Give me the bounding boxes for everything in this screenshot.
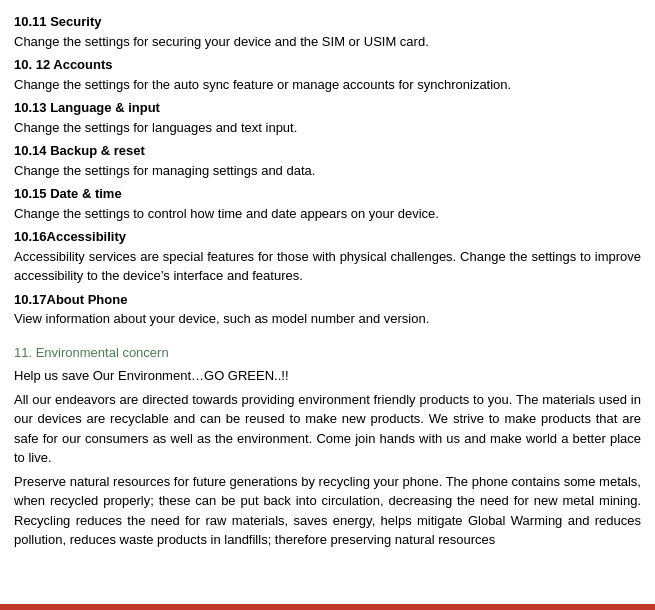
section-10-13: 10.13 Language & input Change the settin…	[14, 98, 641, 137]
heading-10-11: 10.11 Security	[14, 14, 101, 29]
text-10-17: View information about your device, such…	[14, 311, 429, 326]
text-10-11: Change the settings for securing your de…	[14, 34, 429, 49]
heading-10-14: 10.14 Backup & reset	[14, 143, 145, 158]
heading-10-13: 10.13 Language & input	[14, 100, 160, 115]
environmental-para-3: Preserve natural resources for future ge…	[14, 472, 641, 550]
section-10-15: 10.15 Date & time Change the settings to…	[14, 184, 641, 223]
bottom-bar	[0, 604, 655, 610]
text-10-14: Change the settings for managing setting…	[14, 163, 315, 178]
section-10-17: 10.17About Phone View information about …	[14, 290, 641, 329]
section-10-12: 10. 12 Accounts Change the settings for …	[14, 55, 641, 94]
heading-10-17: 10.17About Phone	[14, 292, 127, 307]
section-10-14: 10.14 Backup & reset Change the settings…	[14, 141, 641, 180]
text-10-15: Change the settings to control how time …	[14, 206, 439, 221]
section-10-16: 10.16Accessibility Accessibility service…	[14, 227, 641, 286]
text-10-12: Change the settings for the auto sync fe…	[14, 77, 511, 92]
section-10-11: 10.11 Security Change the settings for s…	[14, 12, 641, 51]
environmental-heading: 11. Environmental concern	[14, 343, 641, 363]
heading-10-16: 10.16Accessibility	[14, 229, 126, 244]
environmental-para-1: Help us save Our Environment…GO GREEN..!…	[14, 366, 641, 386]
environmental-para-2: All our endeavors are directed towards p…	[14, 390, 641, 468]
heading-10-15: 10.15 Date & time	[14, 186, 122, 201]
text-10-16: Accessibility services are special featu…	[14, 249, 641, 284]
content-area: 10.11 Security Change the settings for s…	[14, 12, 641, 550]
environmental-section: 11. Environmental concern Help us save O…	[14, 343, 641, 550]
heading-10-12: 10. 12 Accounts	[14, 57, 113, 72]
text-10-13: Change the settings for languages and te…	[14, 120, 297, 135]
